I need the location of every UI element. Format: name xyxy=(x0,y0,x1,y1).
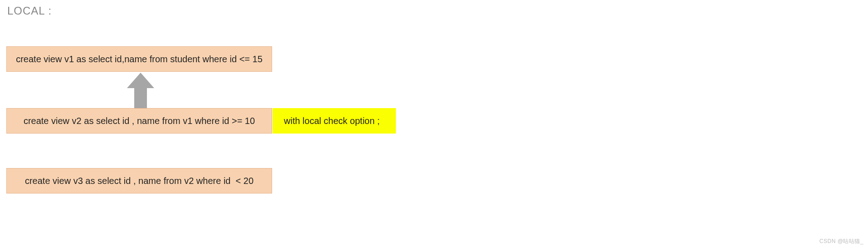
view-v1-box: create view v1 as select id,name from st… xyxy=(6,46,272,72)
section-title: LOCAL : xyxy=(7,5,52,17)
watermark-text: CSDN @咕咕猫_ xyxy=(819,238,863,245)
view-v2-sql: create view v2 as select id , name from … xyxy=(24,116,255,126)
check-option-box: with local check option ; xyxy=(273,108,396,134)
view-v1-sql: create view v1 as select id,name from st… xyxy=(16,54,263,64)
arrow-up-icon xyxy=(127,73,154,110)
svg-marker-0 xyxy=(127,73,154,108)
view-v3-box: create view v3 as select id , name from … xyxy=(6,168,272,193)
view-v2-box: create view v2 as select id , name from … xyxy=(6,108,272,134)
check-option-text: with local check option ; xyxy=(284,116,380,126)
view-v3-sql: create view v3 as select id , name from … xyxy=(25,176,254,186)
